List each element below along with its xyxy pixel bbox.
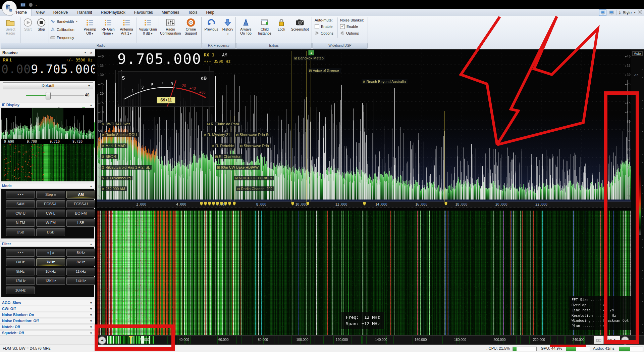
- lock-button[interactable]: Lock: [274, 17, 288, 42]
- mode-button-dsb[interactable]: DSB: [36, 228, 65, 236]
- filter-button-16khz[interactable]: 16kHz: [6, 287, 35, 294]
- filter-header[interactable]: Filter▲: [0, 241, 95, 247]
- previous-frequency-button[interactable]: Previous: [203, 17, 220, 42]
- tab-rec-playback[interactable]: Rec/Playback: [96, 9, 129, 16]
- auto-mute-checkbox[interactable]: [315, 24, 319, 29]
- auto-gain-label[interactable]: Auto: [632, 51, 643, 56]
- mode-button-cwl[interactable]: CW-L: [36, 210, 65, 217]
- dsp-row-squelch[interactable]: Squelch: Off▼: [0, 330, 95, 336]
- nav-right-button[interactable]: »: [621, 336, 629, 345]
- dsp-row-agc[interactable]: AGC: Slow▼: [0, 300, 95, 305]
- start-button[interactable]: Start: [21, 17, 34, 42]
- dsp-row-noise-blanker[interactable]: Noise Blanker: On▼: [0, 312, 95, 317]
- nav-keyboard-button[interactable]: [594, 336, 604, 344]
- dsp-row-notch[interactable]: Notch: Off▼: [0, 324, 95, 329]
- panel-close-icon[interactable]: ×: [90, 49, 92, 56]
- station-label[interactable]: ⊠Reach Beyond Australia: [362, 79, 408, 84]
- station-label[interactable]: ⊠Radio Channel 292: [236, 186, 274, 191]
- monitor-primary-icon[interactable]: [599, 9, 606, 16]
- nav-zoom-control[interactable]: 10▶: [604, 336, 620, 344]
- qat-customize-chevron[interactable]: ⌄: [35, 2, 38, 7]
- filter-button-7khz[interactable]: 7kHz: [36, 258, 65, 266]
- tab-favourites[interactable]: Favourites: [130, 9, 157, 16]
- tab-view[interactable]: View: [32, 9, 49, 16]
- station-label[interactable]: ⊠R. Luxembourg: [101, 176, 132, 180]
- mode-button-nfm[interactable]: N-FM: [6, 219, 35, 227]
- filter-button-11khz[interactable]: 11kHz: [66, 268, 95, 275]
- mute-dot-icon[interactable]: [29, 2, 33, 7]
- mode-button-ecssu[interactable]: ECSS-U: [66, 200, 95, 208]
- station-label[interactable]: ⊠Shortwave Rdo: [239, 143, 271, 148]
- bandwidth-button[interactable]: Bandwidth▼: [50, 18, 78, 25]
- noise-blanker-options[interactable]: Options: [340, 31, 359, 35]
- record-icon[interactable]: [20, 2, 26, 7]
- rx1-tuning-marker[interactable]: 1: [308, 50, 314, 55]
- auto-mute-options[interactable]: Options: [315, 31, 333, 35]
- filter-button-9khz[interactable]: 9kHz: [6, 268, 35, 275]
- filter-button-5khz[interactable]: 5kHz: [66, 249, 95, 257]
- dsp-row-noise-re-duction[interactable]: Noise Re­duction: Off▼: [0, 318, 95, 323]
- mode-button-sam[interactable]: SAM: [6, 200, 35, 208]
- mode-header[interactable]: Mode▲: [0, 183, 95, 188]
- always-on-top-button[interactable]: AlwaysOn Top: [237, 17, 255, 42]
- app-icon[interactable]: [2, 1, 17, 15]
- filter-button-8khz[interactable]: 8kHz: [66, 258, 95, 266]
- filter-button-14khz[interactable]: 14kHz: [66, 277, 95, 285]
- visual-gain-button[interactable]: Visual Gain0 dB▼: [138, 17, 158, 42]
- volume-slider-thumb[interactable]: [46, 92, 51, 99]
- select-radio-button[interactable]: Select Radio: [1, 17, 19, 42]
- station-label[interactable]: ⊠Medi 1 MAR: [101, 143, 127, 148]
- rf-gain-button[interactable]: RF GainNone▼: [99, 17, 117, 42]
- station-label[interactable]: ⊠Voice of Greece: [308, 68, 341, 73]
- tab-transmit[interactable]: Transmit: [72, 9, 96, 16]
- mode-button-bcfm[interactable]: BC-FM: [66, 210, 95, 217]
- dsp-row-cw[interactable]: CW: Off▼: [0, 306, 95, 311]
- profile-dropdown[interactable]: Default ▼: [3, 82, 93, 89]
- station-label[interactable]: ⊠R. Mystery 21: [203, 132, 232, 137]
- mode-button-wfm[interactable]: W-FM: [36, 219, 65, 227]
- station-label[interactable]: ⊠Rikisutvarpid Ras 1 + 2 ISL: [101, 165, 152, 170]
- noise-blanker-enable[interactable]: ✓Enable: [340, 24, 358, 29]
- auto-mute-enable[interactable]: Enable: [315, 24, 332, 29]
- rx-frequency-display[interactable]: RX 1 +/- 3500 Hz 0.009.705.000: [0, 56, 95, 81]
- tab-receive[interactable]: Receive: [49, 9, 72, 16]
- station-label[interactable]: ⊠Bangkok Meteo: [293, 56, 325, 60]
- antenna-button[interactable]: AntennaAnt 1▼: [117, 17, 136, 42]
- child-instance-button[interactable]: ChildInstance: [256, 17, 274, 42]
- mode-button-[interactable]: • • •: [6, 191, 35, 199]
- station-label[interactable]: ⊠DWD 147.3khz: [101, 122, 132, 126]
- station-label[interactable]: ⊠Radio Satelor ROU: [101, 132, 139, 137]
- station-label[interactable]: ⊠252.000 AM: [101, 186, 127, 191]
- mode-button-am[interactable]: AM: [66, 191, 95, 199]
- history-button[interactable]: History ▼: [221, 17, 235, 42]
- filter-button-[interactable]: « | »: [36, 249, 65, 257]
- if-spectrum[interactable]: [1, 108, 94, 139]
- tab-help[interactable]: Help: [202, 9, 219, 16]
- nav-left-button[interactable]: ◀: [98, 336, 106, 345]
- volume-slider-track[interactable]: [26, 95, 84, 96]
- if-waterfall[interactable]: [1, 144, 94, 181]
- mode-button-cwu[interactable]: CW-U: [6, 210, 35, 217]
- screenshot-button[interactable]: Screenshot: [289, 17, 311, 42]
- station-label[interactable]: ⊠Shortwave Rdo St: [235, 132, 271, 137]
- receive-panel-header[interactable]: Receive ▼ ×: [0, 49, 95, 56]
- tab-memories[interactable]: Memories: [157, 9, 184, 16]
- radio-configuration-button[interactable]: RadioConfiguration: [160, 17, 181, 42]
- stop-button[interactable]: Stop: [35, 17, 48, 42]
- calibration-button[interactable]: Calibration: [50, 26, 74, 33]
- panel-collapse-icon[interactable]: ▼: [84, 49, 87, 56]
- collapse-ribbon-icon[interactable]: ▲▼: [619, 11, 621, 15]
- filter-button-6khz[interactable]: 6kHz: [6, 258, 35, 266]
- filter-button-13khz[interactable]: 13KHz: [36, 277, 65, 285]
- mode-button-step[interactable]: Step ≡: [36, 191, 65, 199]
- noise-blanker-checkbox[interactable]: ✓: [340, 24, 345, 29]
- tab-tools[interactable]: Tools: [184, 9, 202, 16]
- if-display-header[interactable]: IF Display▲: [0, 102, 95, 107]
- mode-button-lsb[interactable]: LSB: [66, 219, 95, 227]
- station-label[interactable]: ⊠60m CW Bake HB9AW: [216, 165, 260, 170]
- filter-button-[interactable]: • • •: [6, 249, 35, 257]
- style-dropdown[interactable]: Style: [623, 10, 632, 15]
- mode-button-usb[interactable]: USB: [6, 228, 35, 236]
- filter-button-10khz[interactable]: 10kHz: [36, 268, 65, 275]
- monitor-secondary-icon[interactable]: [608, 10, 615, 15]
